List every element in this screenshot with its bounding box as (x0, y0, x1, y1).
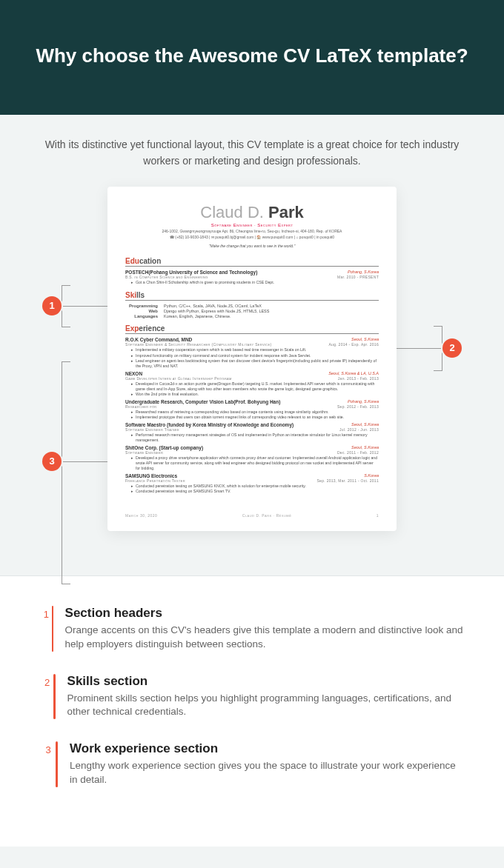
callout-badge-1: 1 (42, 296, 62, 316)
section-header-skills: Skills (125, 291, 379, 301)
hero-banner: Why choose the Awesome CV LaTeX template… (0, 0, 504, 115)
feature-item: 3Work experience sectionLengthy work exp… (41, 741, 463, 787)
resume-address: 246-1002, Gwangmyeongmayrouge Apt. 86, C… (125, 229, 379, 233)
feature-title: Work experience section (70, 741, 463, 756)
feature-number: 1 (41, 606, 52, 652)
education-entry: POSTECH(Pohang University of Science and… (125, 270, 379, 285)
section-header-education: Education (125, 257, 379, 267)
callout-badge-3: 3 (42, 452, 62, 471)
connector-line (434, 326, 442, 327)
section-header-experience: Experience (125, 324, 379, 334)
feature-title: Skills section (67, 674, 463, 689)
experience-entry: Software Maestro (funded by Korea Minist… (125, 422, 379, 443)
experience-entry: NEXONSeoul, S.Korea & LA, U.S.AGame Deve… (125, 371, 379, 397)
connector-line (62, 285, 62, 327)
connector-line (62, 306, 109, 307)
skill-row: LanguagesKorean, English, Japanese, Chin… (125, 314, 379, 318)
connector-line (62, 361, 70, 362)
page-title: Why choose the Awesome CV LaTeX template… (30, 43, 474, 69)
skill-row: WebDjango with Python, Express with Node… (125, 309, 379, 313)
feature-body: Orange accents on this CV's headers give… (65, 624, 463, 652)
connector-line (62, 361, 62, 584)
connector-line (62, 584, 70, 584)
connector-line (395, 348, 442, 349)
feature-body: Prominent skills section helps you highl… (67, 692, 463, 720)
resume-quote: "Make the change that you want to see in… (125, 244, 379, 248)
diagram-stage: 1 2 3 Claud D. Park Software Engineer · … (0, 187, 504, 575)
feature-accent-bar (52, 606, 53, 652)
connector-line (62, 327, 70, 327)
feature-number: 2 (41, 674, 53, 720)
resume-contacts: ☎ (+82) 10-9030-1843 | ✉ posquit0.bj@gma… (125, 235, 379, 239)
connector-line (62, 461, 109, 462)
feature-number: 3 (41, 741, 56, 787)
experience-entry: Undergraduate Research, Computer Vision … (125, 399, 379, 420)
feature-item: 2Skills sectionProminent skills section … (41, 674, 463, 720)
experience-entry: SAMSUNG ElectronicsS.KoreaFreelance Pene… (125, 473, 379, 494)
connector-line (62, 285, 70, 286)
feature-accent-bar (56, 741, 58, 787)
connector-line (434, 370, 442, 371)
skill-row: ProgrammingPython, C/C++, Scala, JAVA, N… (125, 304, 379, 308)
feature-accent-bar (53, 674, 55, 720)
feature-body: Lengthy work experience section gives yo… (70, 759, 463, 787)
experience-entry: ShitOne Corp. (Start-up company)Seoul, S… (125, 445, 379, 471)
resume-name: Claud D. Park (125, 203, 379, 222)
feature-title: Section headers (65, 606, 463, 621)
feature-item: 1Section headersOrange accents on this C… (41, 606, 463, 652)
features-section: 1Section headersOrange accents on this C… (0, 575, 504, 847)
resume-role: Software Engineer · Security Expert (125, 223, 379, 227)
resume-preview: Claud D. Park Software Engineer · Securi… (107, 187, 397, 530)
experience-entry: R.O.K Cyber Command, MNDSeoul, S.KoreaSo… (125, 337, 379, 368)
intro-text: With its distinctive yet functional layo… (0, 115, 504, 187)
resume-footer: March 30, 2020 Claud D. Park · Résumé 1 (125, 513, 379, 518)
callout-badge-2: 2 (442, 338, 462, 358)
